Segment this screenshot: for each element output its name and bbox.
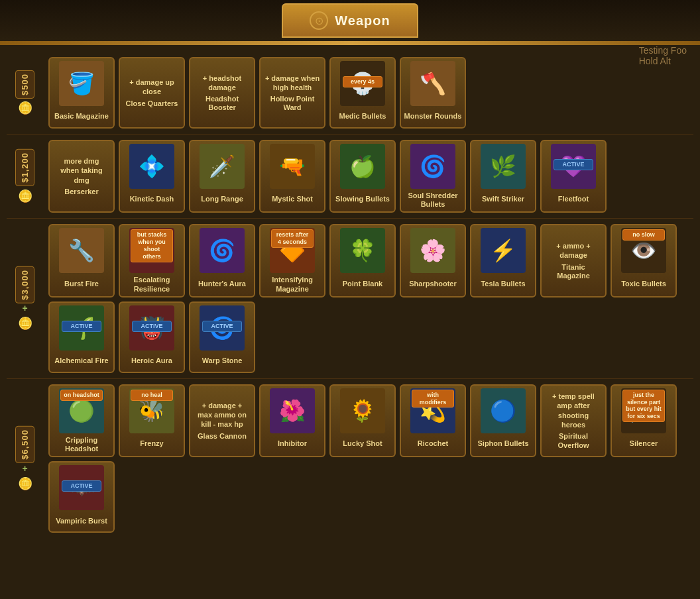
item-img-crippling-headshot: 🟢on headshot bbox=[59, 388, 104, 433]
item-name-siphon-bullets: Siphon Bullets bbox=[478, 436, 529, 452]
item-img-hunters-aura: 🌀 bbox=[200, 228, 245, 273]
item-card-warp-stone[interactable]: 🌀ACTIVEWarp Stone bbox=[189, 301, 255, 373]
item-card-mystic-shot[interactable]: 🔫Mystic Shot bbox=[259, 140, 325, 213]
item-desc-titanic-magazine: + ammo + damage bbox=[546, 241, 601, 260]
item-card-alchemical-fire[interactable]: 🌱ACTIVEAlchemical Fire bbox=[48, 301, 115, 373]
item-card-glass-cannon[interactable]: + damage + max ammo on kill - max hpGlas… bbox=[189, 384, 255, 457]
item-name-soul-shredder-bullets: Soul Shredder Bullets bbox=[404, 191, 462, 209]
item-overlay-escalating-resilience: but stacks when you shoot others bbox=[131, 229, 173, 262]
item-card-crippling-headshot[interactable]: 🟢on headshotCrippling Headshot bbox=[48, 384, 115, 457]
item-img-intensifying-magazine: 🔶resets after 4 seconds bbox=[270, 228, 315, 273]
item-card-toxic-bullets[interactable]: 👁️no slowToxic Bullets bbox=[611, 224, 677, 297]
tier-section-1: $1,200🪙more dmg when taking dmgBerserker… bbox=[7, 135, 693, 219]
item-card-vampiric-burst[interactable]: 🦇ACTIVEVampiric Burst bbox=[48, 461, 115, 533]
badge-vampiric-burst-0: ACTIVE bbox=[62, 480, 101, 492]
item-card-heroic-aura[interactable]: 👹ACTIVEHeroic Aura bbox=[119, 301, 185, 373]
item-img-soul-shredder-bullets: 🌀 bbox=[410, 144, 455, 189]
item-card-sharpshooter[interactable]: 🌸Sharpshooter bbox=[400, 224, 466, 297]
item-name-vampiric-burst: Vampiric Burst bbox=[56, 513, 107, 529]
item-name-close-quarters: Close Quarters bbox=[126, 99, 178, 108]
item-name-warp-stone: Warp Stone bbox=[202, 353, 243, 369]
item-desc-glass-cannon: + damage + max ammo on kill - max hp bbox=[194, 401, 250, 429]
item-card-hunters-aura[interactable]: 🌀Hunter's Aura bbox=[189, 224, 255, 297]
tier-section-0: $500🪙🪣Basic Magazine+ damage up closeClo… bbox=[7, 52, 693, 135]
item-card-hollow-point-ward[interactable]: + damage when high healthHollow Point Wa… bbox=[259, 57, 325, 129]
item-img-slowing-bullets: 🍏 bbox=[340, 144, 385, 189]
item-card-kinetic-dash[interactable]: 💠Kinetic Dash bbox=[119, 140, 185, 213]
item-img-toxic-bullets: 👁️no slow bbox=[621, 228, 666, 273]
item-card-berserker[interactable]: more dmg when taking dmgBerserker bbox=[48, 140, 115, 213]
item-overlay-ricochet: with modifiers bbox=[412, 390, 454, 408]
badge-medic-bullets-0: every 4s bbox=[343, 76, 382, 87]
items-grid-3: 🟢on headshotCrippling Headshot🐝no healFr… bbox=[43, 384, 693, 533]
item-desc-hollow-point-ward: + damage when high health bbox=[264, 74, 320, 93]
item-name-mystic-shot: Mystic Shot bbox=[272, 191, 313, 207]
cost-label-1: $1,200🪙 bbox=[7, 149, 43, 203]
item-card-titanic-magazine[interactable]: + ammo + damageTitanic Magazine bbox=[540, 224, 607, 297]
item-name-inhibitor: Inhibitor bbox=[278, 436, 307, 452]
item-name-heroic-aura: Heroic Aura bbox=[131, 353, 172, 369]
coin-icon-2: 🪙 bbox=[18, 316, 32, 331]
item-name-medic-bullets: Medic Bullets bbox=[339, 109, 386, 125]
cost-badge-2: $3,000 bbox=[15, 266, 34, 303]
item-card-escalating-resilience[interactable]: 🔥but stacks when you shoot othersEscalat… bbox=[119, 224, 185, 297]
item-img-monster-rounds: 🪓 bbox=[410, 61, 455, 106]
item-card-ricochet[interactable]: 💫with modifiersRicochet bbox=[400, 384, 466, 457]
item-name-kinetic-dash: Kinetic Dash bbox=[130, 191, 174, 207]
tier-section-3: $6,500+🪙🟢on headshotCrippling Headshot🐝n… bbox=[7, 379, 693, 538]
item-card-tesla-bullets[interactable]: ⚡Tesla Bullets bbox=[470, 224, 536, 297]
item-card-basic-magazine[interactable]: 🪣Basic Magazine bbox=[48, 57, 115, 129]
item-card-close-quarters[interactable]: + damage up closeClose Quarters bbox=[119, 57, 185, 129]
item-card-silencer[interactable]: 🗡️just the silence part but every hit fo… bbox=[611, 384, 677, 457]
item-card-spiritual-overflow[interactable]: + temp spell amp after shooting heroesSp… bbox=[540, 384, 607, 457]
item-img-swift-striker: 🌿 bbox=[481, 144, 526, 189]
item-card-frenzy[interactable]: 🐝no healFrenzy bbox=[119, 384, 185, 457]
item-name-intensifying-magazine: Intensifying Magazine bbox=[263, 276, 321, 293]
item-name-swift-striker: Swift Striker bbox=[482, 191, 524, 207]
item-name-glass-cannon: Glass Cannon bbox=[198, 432, 247, 441]
item-name-toxic-bullets: Toxic Bullets bbox=[621, 276, 666, 292]
item-img-vampiric-burst: 🦇ACTIVE bbox=[59, 465, 104, 510]
item-overlay-crippling-headshot: on headshot bbox=[60, 390, 103, 401]
item-name-basic-magazine: Basic Magazine bbox=[54, 109, 109, 125]
item-img-ricochet: 💫with modifiers bbox=[410, 388, 455, 433]
item-card-swift-striker[interactable]: 🌿Swift Striker bbox=[470, 140, 536, 213]
item-name-burst-fire: Burst Fire bbox=[64, 276, 99, 292]
item-card-long-range[interactable]: 🗡️Long Range bbox=[189, 140, 255, 213]
item-card-point-blank[interactable]: 🍀Point Blank bbox=[329, 224, 396, 297]
cost-label-3: $6,500+🪙 bbox=[7, 426, 43, 491]
items-grid-2: 🔧Burst Fire🔥but stacks when you shoot ot… bbox=[43, 224, 693, 372]
item-card-monster-rounds[interactable]: 🪓Monster Rounds bbox=[400, 57, 466, 129]
item-img-warp-stone: 🌀ACTIVE bbox=[200, 305, 245, 351]
item-name-slowing-bullets: Slowing Bullets bbox=[335, 191, 390, 207]
item-img-kinetic-dash: 💠 bbox=[129, 144, 174, 189]
item-img-escalating-resilience: 🔥but stacks when you shoot others bbox=[129, 228, 174, 273]
coin-icon-3: 🪙 bbox=[18, 476, 32, 491]
weapon-icon: ⊙ bbox=[310, 11, 328, 30]
item-card-fleetfoot[interactable]: 💜ACTIVEFleetfoot bbox=[540, 140, 607, 213]
item-overlay-silencer: just the silence part but every hit for … bbox=[622, 390, 665, 422]
item-card-intensifying-magazine[interactable]: 🔶resets after 4 secondsIntensifying Maga… bbox=[259, 224, 325, 297]
item-name-hunters-aura: Hunter's Aura bbox=[198, 276, 246, 292]
item-card-burst-fire[interactable]: 🔧Burst Fire bbox=[48, 224, 115, 297]
item-card-soul-shredder-bullets[interactable]: 🌀Soul Shredder Bullets bbox=[400, 140, 466, 213]
item-name-lucky-shot: Lucky Shot bbox=[343, 436, 382, 452]
header: ⊙ Weapon Testing Foo Hold Alt bbox=[0, 0, 700, 41]
item-img-fleetfoot: 💜ACTIVE bbox=[551, 144, 596, 189]
item-card-slowing-bullets[interactable]: 🍏Slowing Bullets bbox=[329, 140, 396, 213]
item-card-headshot-booster[interactable]: + headshot damageHeadshot Booster bbox=[189, 57, 255, 129]
weapon-tab[interactable]: ⊙ Weapon bbox=[282, 3, 418, 38]
badge-alchemical-fire-0: ACTIVE bbox=[62, 321, 101, 332]
item-img-medic-bullets: 💀every 4s bbox=[340, 61, 385, 106]
item-card-lucky-shot[interactable]: 🌻Lucky Shot bbox=[329, 384, 396, 457]
item-name-fleetfoot: Fleetfoot bbox=[558, 191, 589, 207]
cost-badge-1: $1,200 bbox=[15, 149, 34, 186]
item-card-siphon-bullets[interactable]: 🔵Siphon Bullets bbox=[470, 384, 536, 457]
item-card-medic-bullets[interactable]: 💀every 4sMedic Bullets bbox=[329, 57, 396, 129]
item-overlay-frenzy: no heal bbox=[131, 390, 173, 401]
item-img-mystic-shot: 🔫 bbox=[270, 144, 315, 189]
item-name-sharpshooter: Sharpshooter bbox=[409, 276, 457, 292]
item-name-long-range: Long Range bbox=[201, 191, 243, 207]
item-card-inhibitor[interactable]: 🌺Inhibitor bbox=[259, 384, 325, 457]
item-name-spiritual-overflow: Spiritual Overflow bbox=[546, 432, 601, 449]
